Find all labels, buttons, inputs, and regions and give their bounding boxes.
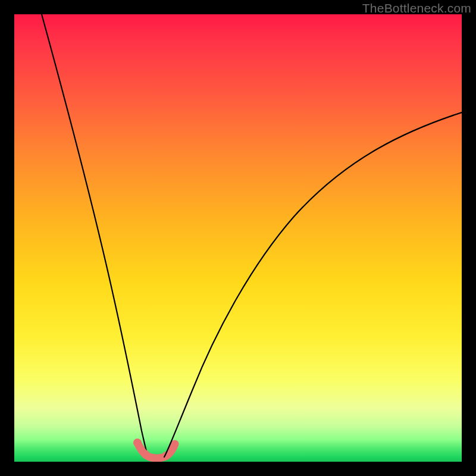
watermark-text: TheBottleneck.com xyxy=(362,1,471,15)
valley-dot xyxy=(142,450,150,459)
curve-right-branch xyxy=(164,112,462,457)
valley-dot xyxy=(133,439,142,447)
curve-left-branch xyxy=(42,14,148,457)
chart-plot-area xyxy=(14,14,462,462)
bottleneck-curve-svg xyxy=(14,14,462,462)
